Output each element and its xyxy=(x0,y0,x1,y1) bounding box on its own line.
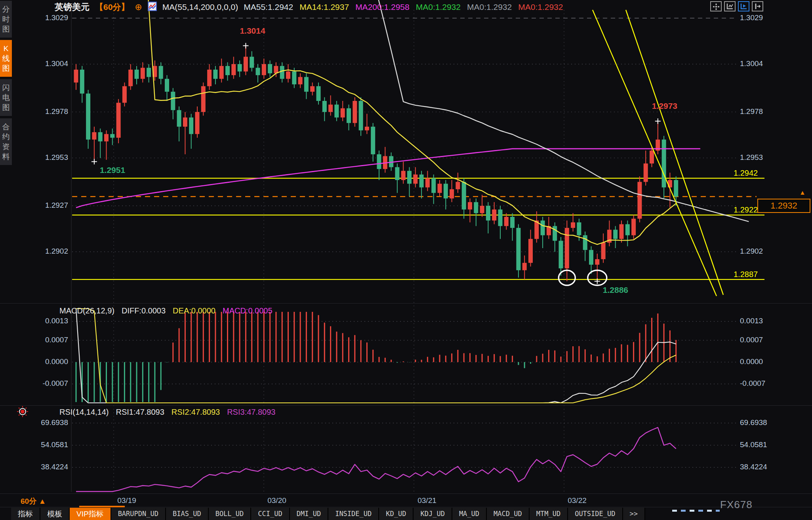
candle-body xyxy=(304,77,309,92)
price-axis-label-right: 1.3029 xyxy=(740,13,763,22)
indicator-value-label: RSI2:47.8093 xyxy=(172,408,220,417)
date-label: 03/20 xyxy=(259,496,295,505)
candle-body xyxy=(401,171,406,180)
price-axis-label-right: 1.3004 xyxy=(740,59,763,68)
candle-body xyxy=(619,224,624,239)
candle-body xyxy=(371,127,375,154)
levels-layer xyxy=(72,178,764,279)
candle-body xyxy=(456,182,460,190)
candle-body xyxy=(353,101,357,123)
tab-kdj_ud[interactable]: KDJ_UD xyxy=(414,508,452,520)
chart-toolbar xyxy=(710,1,763,11)
date-label: 03/21 xyxy=(409,496,445,505)
candle-body xyxy=(662,140,666,188)
candle-body xyxy=(104,134,109,142)
trading-app: 英镑美元 【60分】 ⊕ MA(55,14,200,0,0,0) MA55:1.… xyxy=(0,0,812,520)
candle-body xyxy=(365,127,369,130)
tab-outside_ud[interactable]: OUTSIDE_UD xyxy=(568,508,623,520)
chart-header: 英镑美元 【60分】 ⊕ MA(55,14,200,0,0,0) MA55:1.… xyxy=(55,1,563,13)
tab-ma_ud[interactable]: MA_UD xyxy=(452,508,487,520)
candle-body xyxy=(286,72,290,79)
candle-body xyxy=(322,101,327,112)
candle-body xyxy=(498,209,503,226)
tab-[interactable]: 指标 xyxy=(11,508,40,520)
axis-zoom-icon[interactable] xyxy=(724,1,736,11)
pane-separator xyxy=(0,303,812,304)
candle-body xyxy=(316,86,321,101)
candle-body xyxy=(438,184,442,193)
ma-value-label: MA200:1.2958 xyxy=(355,2,410,12)
candle-body xyxy=(377,154,381,169)
candle-body xyxy=(110,134,114,138)
price-axis-label-right: 1.2978 xyxy=(740,107,763,116)
candle-body xyxy=(589,250,593,265)
tab-boll_ud[interactable]: BOLL_UD xyxy=(209,508,252,520)
extreme-price-label: 1.2886 xyxy=(603,285,628,295)
time-axis: 60分 ▲ 03/1903/2003/2103/22 xyxy=(0,495,812,507)
candle-body xyxy=(135,70,139,79)
tab-dmi_ud[interactable]: DMI_UD xyxy=(290,508,328,520)
candle-body xyxy=(341,108,345,118)
candle-body xyxy=(310,86,315,92)
symbol-title: 英镑美元 xyxy=(55,1,90,13)
candle-body xyxy=(219,66,224,79)
indicator-value-label: RSI1:47.8093 xyxy=(116,408,164,417)
tabbar-overflow-dashes xyxy=(672,510,720,512)
ma-value-label: MA14:1.2937 xyxy=(299,2,349,12)
candle-body xyxy=(92,132,96,140)
candle-body xyxy=(425,178,430,187)
candle-body xyxy=(674,180,678,197)
sidebar-item-kline-active[interactable]: K 线 图 xyxy=(0,40,12,77)
tab-inside_ud[interactable]: INSIDE_UD xyxy=(328,508,379,520)
link-icon[interactable]: ⊕ xyxy=(135,2,142,12)
rsi-axis-label-right: 38.4224 xyxy=(740,463,767,471)
candle-body xyxy=(201,86,206,112)
macd-axis-label-right: -0.0007 xyxy=(740,379,765,388)
tab-macd_ud[interactable]: MACD_UD xyxy=(487,508,530,520)
candle-body xyxy=(165,79,169,92)
candle-body xyxy=(625,224,630,235)
candle-body xyxy=(98,132,103,141)
tab-kd_ud[interactable]: KD_UD xyxy=(379,508,414,520)
candle-body xyxy=(395,167,399,180)
candle-body xyxy=(244,57,248,71)
tab-cci_ud[interactable]: CCI_UD xyxy=(251,508,290,520)
candle-body xyxy=(268,64,272,73)
extreme-price-label: 1.3014 xyxy=(240,26,265,36)
indicator-value-label: DIFF:0.0003 xyxy=(122,306,166,315)
price-arrow-icon: ▲ xyxy=(799,189,806,196)
candle-body xyxy=(486,206,490,220)
tab-vip[interactable]: VIP指标 xyxy=(70,508,111,520)
pan-tool-icon[interactable] xyxy=(710,1,722,11)
candle-body xyxy=(522,263,527,270)
shift-axis-icon[interactable] xyxy=(752,1,763,11)
candle-body xyxy=(80,70,84,93)
candle-body xyxy=(141,68,145,79)
tab-gtgt[interactable]: >> xyxy=(623,508,645,520)
candle-body xyxy=(504,217,509,226)
macd-axis-label-right: 0.0007 xyxy=(740,336,763,344)
candle-body xyxy=(189,118,193,134)
ma14-line xyxy=(76,0,676,245)
auto-play-icon[interactable] xyxy=(738,1,749,11)
tabbar-scroll-thumb[interactable] xyxy=(79,506,125,507)
price-axis-label-right: 1.2902 xyxy=(740,247,763,256)
period-up-arrow: ▲ xyxy=(38,497,46,505)
candle-body xyxy=(480,206,484,213)
period-indicator[interactable]: 60分 ▲ xyxy=(21,496,46,507)
sidebar-nav: 分 时 图K 线 图闪 电 图合 约 资 料 xyxy=(0,1,12,167)
tab-barupdn_ud[interactable]: BARUPDN_UD xyxy=(111,508,166,520)
candle-body xyxy=(571,222,575,228)
mini-kline-icon[interactable] xyxy=(148,2,157,13)
candle-body xyxy=(637,182,642,219)
ma-legend: MA55:1.2942MA14:1.2937MA200:1.2958MA0:1.… xyxy=(244,2,563,12)
tab-[interactable]: 模板 xyxy=(40,508,70,520)
tab-bias_ud[interactable]: BIAS_UD xyxy=(166,508,209,520)
period-label[interactable]: 【60分】 xyxy=(95,2,129,13)
tab-mtm_ud[interactable]: MTM_UD xyxy=(530,508,568,520)
candle-body xyxy=(238,64,242,72)
ma-value-label: MA0:1.2932 xyxy=(416,2,461,12)
trendline xyxy=(593,10,717,296)
rsi-pane-header: RSI(14,14,14)RSI1:47.8093RSI2:47.8093RSI… xyxy=(59,408,276,417)
indicator-value-label: DEA:0.0000 xyxy=(173,306,215,315)
